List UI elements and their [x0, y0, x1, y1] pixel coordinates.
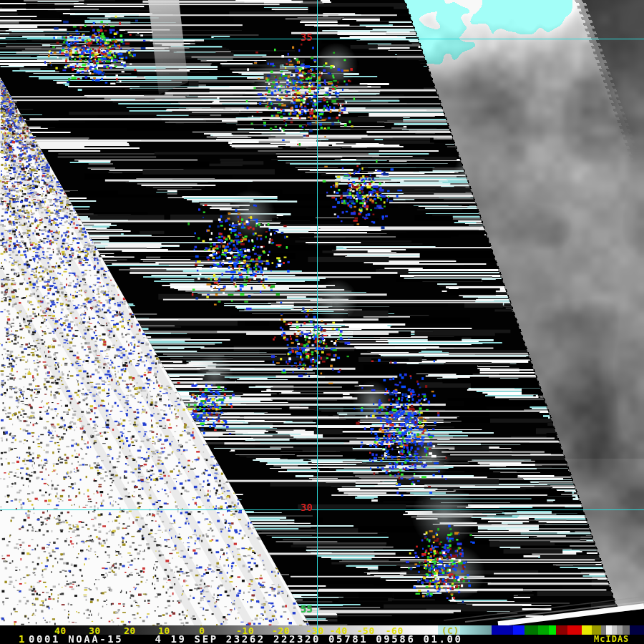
latitude-gridline: [0, 39, 644, 39]
frame-number: 1: [19, 635, 26, 644]
colorbar-segment: [630, 625, 644, 635]
colorbar-segment: [582, 625, 592, 635]
latitude-gridline: [0, 509, 644, 510]
colorbar-segment: [556, 625, 567, 635]
longitude-gridline: [317, 0, 318, 635]
grid-coordinate-label: 35: [301, 31, 313, 43]
colorbar-segment: [513, 625, 525, 635]
satellite-image-display[interactable]: [0, 0, 644, 625]
colorbar-segment: [525, 625, 538, 635]
colorbar-segment: [549, 625, 556, 635]
grid-coordinate-label: 30: [301, 502, 313, 513]
grid-coordinate-label: 55: [301, 603, 313, 615]
colorbar-segment: [567, 625, 582, 635]
mcidas-window: 353055 403020100-10-20-30-40-50-60(C) 1 …: [0, 0, 644, 644]
colorbar-segment: [460, 625, 492, 635]
mcidas-brand-label: McIDAS: [594, 635, 629, 644]
status-bar: 1 0001 NOAA-15 4 19 SEP 23262 222320 057…: [0, 635, 644, 644]
image-info-text: 0001 NOAA-15 4 19 SEP 23262 222320 05781…: [29, 635, 463, 644]
colorbar-segment: [538, 625, 549, 635]
colorbar-segment: [492, 625, 513, 635]
